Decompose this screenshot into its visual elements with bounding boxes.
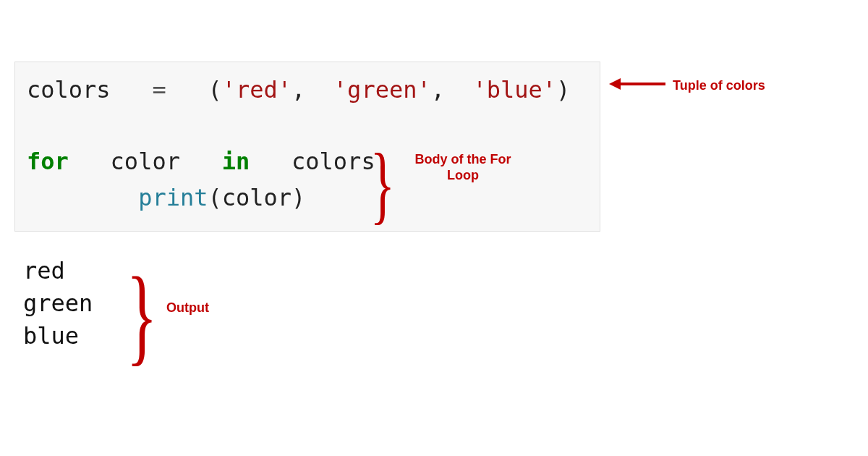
token-arg: color bbox=[222, 184, 292, 211]
output-line-3: blue bbox=[23, 320, 93, 352]
token-call-open: ( bbox=[208, 184, 221, 211]
annotation-loop-body: Body of the For Loop bbox=[405, 152, 521, 183]
token-str-red: 'red' bbox=[222, 76, 292, 104]
arrow-head-icon bbox=[609, 78, 621, 90]
token-print: print bbox=[138, 184, 208, 211]
brace-icon-body: } bbox=[370, 141, 396, 228]
code-line-blank bbox=[27, 109, 588, 145]
brace-icon-output: } bbox=[126, 261, 157, 369]
token-comma-1: , bbox=[292, 76, 305, 104]
token-paren-close: ) bbox=[556, 76, 570, 104]
arrow-line-icon bbox=[621, 83, 665, 85]
token-for: for bbox=[27, 148, 69, 175]
token-call-close: ) bbox=[292, 184, 305, 211]
annotation-output: Output bbox=[166, 300, 209, 316]
token-in: in bbox=[222, 148, 250, 175]
token-comma-2: , bbox=[431, 76, 445, 104]
output-line-2: green bbox=[23, 287, 93, 320]
output-line-1: red bbox=[23, 255, 93, 287]
token-str-blue: 'blue' bbox=[473, 76, 557, 104]
token-iter-var: colors bbox=[292, 148, 375, 175]
token-str-green: 'green' bbox=[333, 76, 431, 104]
output-block: red green blue bbox=[23, 255, 93, 352]
code-line-print: print(color) bbox=[27, 180, 588, 216]
code-line-1: colors = ('red', 'green', 'blue') bbox=[27, 72, 588, 109]
token-loop-var: color bbox=[111, 148, 180, 175]
annotation-tuple: Tuple of colors bbox=[673, 78, 765, 94]
token-paren-open: ( bbox=[208, 76, 221, 104]
token-indent bbox=[27, 184, 138, 211]
token-assign: = bbox=[152, 76, 166, 104]
token-var: colors bbox=[27, 76, 111, 104]
code-block: colors = ('red', 'green', 'blue') for co… bbox=[14, 62, 600, 232]
